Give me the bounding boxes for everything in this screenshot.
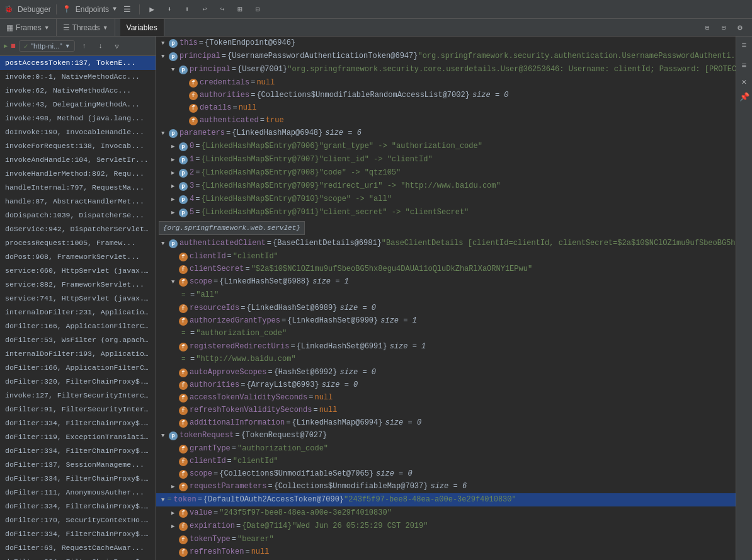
variable-row[interactable]: fauthenticated = true <box>156 114 736 127</box>
variable-row[interactable]: p1 = {LinkedHashMap$Entry@7007} "client_… <box>156 153 736 166</box>
stack-item[interactable]: doFilter:91, FilterSecurityInterce... <box>0 403 156 416</box>
variable-row[interactable]: pprincipal = {User@7001} "org.springfram… <box>156 63 736 76</box>
thread-dropdown[interactable]: ✓ "http-ni..." ▼ <box>19 40 75 52</box>
variable-row[interactable]: = "http://www.baidu.com" <box>156 353 736 366</box>
stack-item[interactable]: invoke:498, Method (java.lang... <box>0 111 156 125</box>
variable-row[interactable]: {org.springframework.web.servlet} <box>156 219 736 237</box>
variable-row[interactable]: ftokenType = "bearer" <box>156 533 736 546</box>
variable-row[interactable]: fgrantType = "authorization_code" <box>156 442 736 455</box>
variable-row[interactable]: ▼=token = {DefaultOAuth2AccessToken@7090… <box>156 493 736 506</box>
stack-item[interactable]: doFilter:334, FilterChainProxy$... <box>0 416 156 430</box>
variable-row[interactable]: p2 = {LinkedHashMap$Entry@7008} "code" -… <box>156 166 736 180</box>
variable-row[interactable]: fcredentials = null <box>156 76 736 89</box>
tab-threads[interactable]: ☰ Threads ▼ <box>57 19 115 36</box>
expand-all-icon[interactable]: ⊞ <box>700 21 714 35</box>
stack-item[interactable]: invokeHandlerMethod:892, Requ... <box>0 167 156 181</box>
stack-item[interactable]: doFilter:334, FilterChainProxy$... <box>0 527 156 541</box>
evaluate-icon[interactable]: ⊞ <box>233 3 247 16</box>
stack-item[interactable]: invokeAndHandle:104, ServletIr... <box>0 153 156 167</box>
stack-item[interactable]: invoke:62, NativeMethodAcc... <box>0 84 156 98</box>
stack-item[interactable]: doFilter:137, SessionManageme... <box>0 458 156 472</box>
stack-item[interactable]: doFilter:166, ApplicationFilterCh... <box>0 361 156 375</box>
stack-item[interactable]: doFilter:166, ApplicationFilterCh... <box>0 319 156 333</box>
variable-row[interactable]: frequestParameters = {Collections$Unmodi… <box>156 480 736 493</box>
stack-item[interactable]: handle:87, AbstractHandlerMet... <box>0 195 156 209</box>
variable-row[interactable]: p4 = {LinkedHashMap$Entry@7010} "scope" … <box>156 193 736 206</box>
variable-row[interactable]: frefreshTokenValiditySeconds = null <box>156 404 736 416</box>
variable-row[interactable]: fauthorities = {Collections$Unmodifiable… <box>156 89 736 101</box>
variable-row[interactable]: pparameters = {LinkedHashMap@6948} size … <box>156 127 736 140</box>
variable-row[interactable]: fauthorities = {ArrayList@6993} size = 0 <box>156 379 736 391</box>
variable-row[interactable]: fvalue = "243f5f97-bee8-48ea-a00e-3e29f4… <box>156 506 736 520</box>
stack-item[interactable]: invoke:43, DelegatingMethodA... <box>0 98 156 111</box>
variable-row[interactable]: fclientId = "clientId" <box>156 250 736 263</box>
variable-row[interactable]: ptokenRequest = {TokenRequest@7027} <box>156 429 736 442</box>
variable-row[interactable]: frefreshToken = null <box>156 546 736 558</box>
stack-item[interactable]: doFilter:334, FilterChainProxy$... <box>0 500 156 513</box>
variable-row[interactable]: = "all" <box>156 289 736 302</box>
stack-item[interactable]: internalDoFilter:231, Applicatio... <box>0 306 156 319</box>
run-to-cursor-icon[interactable]: ↪ <box>215 3 229 16</box>
stack-item[interactable]: postAccessToken:137, TokenE... <box>0 56 156 70</box>
stop-icon[interactable]: ⊟ <box>251 3 265 16</box>
stack-item[interactable]: doFilter:111, AnonymousAuther... <box>0 486 156 500</box>
variable-row[interactable]: pprincipal = {UsernamePasswordAuthentica… <box>156 50 736 63</box>
stack-item[interactable]: doFilter:334, FilterChainProxy$... <box>0 555 156 560</box>
variable-row[interactable]: fexpiration = {Date@7114} "Wed Jun 26 05… <box>156 520 736 533</box>
stack-item[interactable]: doService:942, DispatcherServlet... <box>0 222 156 236</box>
variable-row[interactable]: fauthorizedGrantTypes = {LinkedHashSet@6… <box>156 314 736 327</box>
thread-up-icon[interactable]: ↑ <box>77 39 91 53</box>
sidebar-pin-icon[interactable]: 📌 <box>738 91 751 103</box>
variable-row[interactable]: pthis = {TokenEndpoint@6946} <box>156 37 736 50</box>
stack-item[interactable]: doFilter:334, FilterChainProxy$... <box>0 444 156 458</box>
stack-item[interactable]: doFilter:170, SecurityContextHo... <box>0 513 156 527</box>
var-name: clientSecret <box>190 263 244 275</box>
step-over-icon[interactable]: ⬇ <box>162 3 176 16</box>
stack-item[interactable]: invoke:127, FilterSecurityInterce... <box>0 389 156 403</box>
stack-item[interactable]: doFilter:334, FilterChainProxy$... <box>0 472 156 486</box>
tab-frames[interactable]: ▦ Frames ▼ <box>0 19 57 36</box>
stack-item[interactable]: handleInternal:797, RequestMa... <box>0 181 156 195</box>
settings-icon[interactable]: ⚙ <box>733 21 747 35</box>
variable-row[interactable]: fresourceIds = {LinkedHashSet@6989} size… <box>156 302 736 314</box>
collapse-all-icon[interactable]: ⊟ <box>717 21 731 35</box>
stack-item[interactable]: doFilter:63, RequestCacheAwar... <box>0 541 156 555</box>
variable-row[interactable]: fclientId = "clientId" <box>156 455 736 467</box>
stack-item[interactable]: service:882, FrameworkServlet... <box>0 278 156 292</box>
stack-item[interactable]: doFilter:320, FilterChainProxy$... <box>0 375 156 389</box>
thread-down-icon[interactable]: ↓ <box>94 39 108 53</box>
variable-row[interactable]: pauthenticatedClient = {BaseClientDetail… <box>156 237 736 250</box>
variable-row[interactable]: faccessTokenValiditySeconds = null <box>156 391 736 404</box>
variable-row[interactable]: fclientSecret = "$2a$10$NClOZ1mu9ufSbeoB… <box>156 263 736 275</box>
variable-row[interactable]: fscope = {Collections$UnmodifiableSet@70… <box>156 467 736 480</box>
sidebar-close-icon[interactable]: ✕ <box>738 76 751 88</box>
thread-filter-icon[interactable]: ▽ <box>110 39 124 53</box>
variable-row[interactable]: fscope = {LinkedHashSet@6988} size = 1 <box>156 275 736 289</box>
stack-item[interactable]: service:741, HttpServlet (javax... <box>0 292 156 306</box>
variable-row[interactable]: fdetails = null <box>156 101 736 114</box>
stack-item[interactable]: doFilter:53, WsFilter (org.apach... <box>0 333 156 347</box>
variable-row[interactable]: p3 = {LinkedHashMap$Entry@7009} "redirec… <box>156 180 736 193</box>
stack-item[interactable]: doInvoke:190, InvocableHandle... <box>0 125 156 139</box>
stack-item[interactable]: doDispatch:1039, DispatcherSe... <box>0 209 156 222</box>
stack-item[interactable]: invokeForRequest:138, Invocab... <box>0 139 156 153</box>
step-into-icon[interactable]: ⬆ <box>180 3 194 16</box>
stack-item[interactable]: invoke:0:-1, NativeMethodAcc... <box>0 70 156 84</box>
sidebar-settings-icon[interactable]: ≡ <box>738 39 751 52</box>
variable-row[interactable]: fadditionalInformation = {LinkedHashMap@… <box>156 416 736 429</box>
stack-item[interactable]: service:660, HttpServlet (javax... <box>0 264 156 278</box>
variable-row[interactable]: p5 = {LinkedHashMap$Entry@7011} "client_… <box>156 206 736 219</box>
stack-item[interactable]: internalDoFilter:193, Applicatio... <box>0 347 156 361</box>
variable-row[interactable]: p0 = {LinkedHashMap$Entry@7006} "grant_t… <box>156 140 736 153</box>
variable-row[interactable]: = "authorization_code" <box>156 327 736 340</box>
run-icon[interactable]: ▶ <box>145 3 159 16</box>
step-out-icon[interactable]: ↩ <box>198 3 212 16</box>
tab-variables[interactable]: Variables <box>120 19 164 36</box>
menu-icon[interactable]: ☰ <box>120 3 134 16</box>
stack-item[interactable]: doPost:908, FrameworkServlet... <box>0 250 156 264</box>
sidebar-list-icon[interactable]: ≡ <box>738 59 751 72</box>
stack-item[interactable]: doFilter:119, ExceptionTranslati... <box>0 430 156 444</box>
variable-row[interactable]: fregisteredRedirectUris = {LinkedHashSet… <box>156 340 736 353</box>
variable-row[interactable]: fautoApproveScopes = {HashSet@6992} size… <box>156 366 736 379</box>
stack-item[interactable]: processRequest:1005, Framew... <box>0 236 156 250</box>
